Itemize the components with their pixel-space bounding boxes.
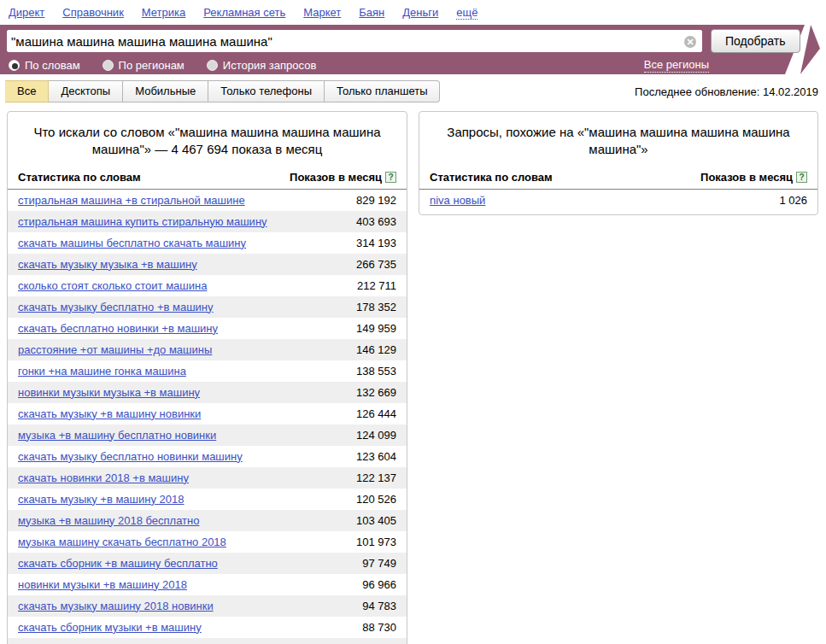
keyword-link[interactable]: скачать музыку бесплатно +в машину [18, 301, 214, 313]
keywords-panel-title: Что искали со словом «"машина машина маш… [8, 120, 407, 169]
radio-query-history[interactable]: История запросов [207, 59, 317, 72]
shows-value: 149 959 [356, 322, 396, 335]
table-row: скачать бесплатно новинки +в машину 149 … [8, 318, 407, 339]
keyword-link[interactable]: музыка +в машину бесплатно новинки [18, 429, 216, 442]
similar-queries-panel: Запросы, похожие на «"машина машина маши… [419, 111, 818, 215]
similar-panel-title: Запросы, похожие на «"машина машина маши… [419, 120, 817, 169]
table-row: скачать музыку машину 2018 новинки 94 78… [8, 595, 407, 617]
nav-link-market[interactable]: Маркет [303, 6, 341, 19]
device-tab[interactable]: Десктопы [49, 80, 123, 102]
shows-value: 94 783 [362, 600, 396, 612]
shows-value: 124 099 [356, 429, 396, 442]
table-row: скачать музыку бесплатно новинки машину … [8, 446, 407, 467]
keyword-link[interactable]: скачать сборник +в машину бесплатно [18, 557, 218, 570]
search-input-box: ✕ [7, 30, 702, 52]
keyword-link[interactable]: музыка машину скачать бесплатно 2018 [18, 536, 226, 548]
shows-value: 266 735 [356, 258, 396, 271]
shows-value: 122 137 [356, 471, 396, 484]
table-row: скачать новинки 2018 +в машину 122 137 [8, 467, 407, 489]
keyword-link[interactable]: niva новый [430, 194, 485, 207]
column-shows-label: Показов в месяц ? [700, 171, 807, 184]
help-icon[interactable]: ? [385, 172, 396, 183]
search-bar-arrow [800, 25, 820, 74]
keyword-link[interactable]: гонки +на машине гонка машина [18, 365, 186, 378]
keyword-link[interactable]: скачать новинки 2018 +в машину [18, 471, 189, 484]
nav-link-bayan[interactable]: Баян [359, 6, 384, 19]
keyword-link[interactable]: скачать музыку +в машину 2018 [18, 493, 185, 506]
similar-table-header: Статистика по словам Показов в месяц ? [419, 169, 817, 190]
radio-by-regions[interactable]: По регионам [103, 59, 185, 72]
table-row: скачать машины бесплатно скачать машину … [8, 232, 407, 254]
keyword-link[interactable]: скачать музыку музыка +в машину [18, 258, 197, 271]
keyword-link[interactable]: новинки музыки +в машину 2018 [18, 578, 187, 591]
table-row: скачать музыку музыка +в машину 266 735 [8, 254, 407, 275]
keyword-link[interactable]: расстояние +от машины +до машины [18, 343, 212, 356]
keyword-link[interactable]: скачать музыку +в машину новинки [18, 407, 201, 420]
shows-value: 126 444 [356, 407, 396, 420]
table-row: скачать музыку +в машину новинки 126 444 [8, 403, 407, 424]
shows-value: 123 604 [356, 450, 396, 463]
keywords-panel: Что искали со словом «"машина машина маш… [7, 111, 407, 644]
radio-label: История запросов [223, 59, 317, 72]
nav-link-ad-network[interactable]: Рекламная сеть [203, 6, 285, 19]
column-keyword-label: Статистика по словам [430, 171, 553, 184]
table-row: сколько стоят сколько стоит машина 212 7… [8, 275, 407, 296]
keyword-link[interactable]: скачать сборник музыки +в машину [18, 621, 202, 634]
similar-table-body: niva новый 1 026 [419, 190, 817, 211]
search-input[interactable] [11, 31, 677, 51]
pick-button[interactable]: Подобрать [711, 29, 800, 53]
keyword-link[interactable]: скачать музыку машину 2018 новинки [18, 600, 214, 612]
device-tab[interactable]: Только телефоны [208, 80, 325, 102]
keyword-link[interactable]: скачать машины бесплатно скачать машину [18, 237, 246, 249]
table-row: скачать музыку бесплатно +в машину 178 3… [8, 296, 407, 318]
device-tab[interactable]: Все [5, 80, 49, 102]
shows-value: 178 352 [356, 301, 396, 313]
table-row: новинки музыки +в машину 2018 96 966 [8, 574, 407, 595]
all-regions-link[interactable]: Все регионы [644, 58, 709, 73]
keyword-link[interactable]: скачать бесплатно новинки +в машину [18, 322, 218, 335]
shows-value: 1 026 [779, 194, 807, 207]
keyword-link[interactable]: музыка +в машину 2018 бесплатно [18, 514, 199, 527]
device-tab[interactable]: Мобильные [123, 80, 208, 102]
radio-dot-icon [207, 60, 218, 71]
shows-value: 103 405 [356, 514, 396, 527]
radio-label: По словам [25, 59, 80, 72]
shows-value: 120 526 [356, 493, 396, 506]
keywords-table-header: Статистика по словам Показов в месяц ? [8, 169, 407, 190]
column-shows-label: Показов в месяц ? [290, 171, 396, 184]
keyword-link[interactable]: скачать музыку бесплатно новинки машину [18, 450, 243, 463]
radio-by-words[interactable]: По словам [9, 59, 80, 72]
nav-link-direct[interactable]: Директ [9, 6, 44, 19]
search-area: ✕ Подобрать По словам По регионам Истори… [0, 25, 826, 74]
nav-link-spravochnik[interactable]: Справочник [62, 6, 124, 19]
shows-value: 88 730 [362, 621, 396, 634]
table-row: новинки музыки музыка +в машину 132 669 [8, 382, 407, 403]
device-tab[interactable]: Только планшеты [325, 80, 440, 102]
column-shows-text: Показов в месяц [290, 171, 382, 184]
nav-link-more[interactable]: ещё [456, 6, 477, 20]
column-keyword-label: Статистика по словам [18, 171, 141, 184]
table-row: стиральная машина купить стиральную маши… [8, 211, 407, 232]
table-row: музыка машину скачать бесплатно 2018 101… [8, 531, 407, 553]
nav-link-metrika[interactable]: Метрика [142, 6, 185, 19]
keyword-link[interactable]: стиральная машина купить стиральную маши… [18, 215, 267, 228]
table-row: скачать музыку +в машину 2018 120 526 [8, 489, 407, 510]
search-mode-radios: По словам По регионам История запросов [9, 56, 338, 73]
keywords-table-body: стиральная машина +в стиральной машине 8… [8, 190, 407, 644]
table-row: гонки +на машине гонка машина 138 553 [8, 360, 407, 382]
shows-value: 138 553 [356, 365, 396, 378]
tabs-row: Все Десктопы Мобильные Только телефоны Т… [0, 80, 826, 102]
help-icon[interactable]: ? [796, 172, 807, 183]
clear-icon[interactable]: ✕ [684, 36, 696, 48]
column-shows-text: Показов в месяц [700, 171, 793, 184]
shows-value: 97 749 [362, 557, 396, 570]
keyword-link[interactable]: стиральная машина +в стиральной машине [18, 194, 245, 207]
device-tabs: Все Десктопы Мобильные Только телефоны Т… [5, 80, 440, 102]
table-row: niva новый 1 026 [419, 190, 817, 211]
content: Что искали со словом «"машина машина маш… [0, 102, 826, 644]
table-row: скачать сборник +в машину бесплатно 97 7… [8, 553, 407, 574]
keyword-link[interactable]: новинки музыки музыка +в машину [18, 386, 200, 399]
keyword-link[interactable]: сколько стоят сколько стоит машина [18, 279, 207, 292]
nav-link-money[interactable]: Деньги [402, 6, 438, 19]
radio-dot-icon [9, 60, 20, 71]
